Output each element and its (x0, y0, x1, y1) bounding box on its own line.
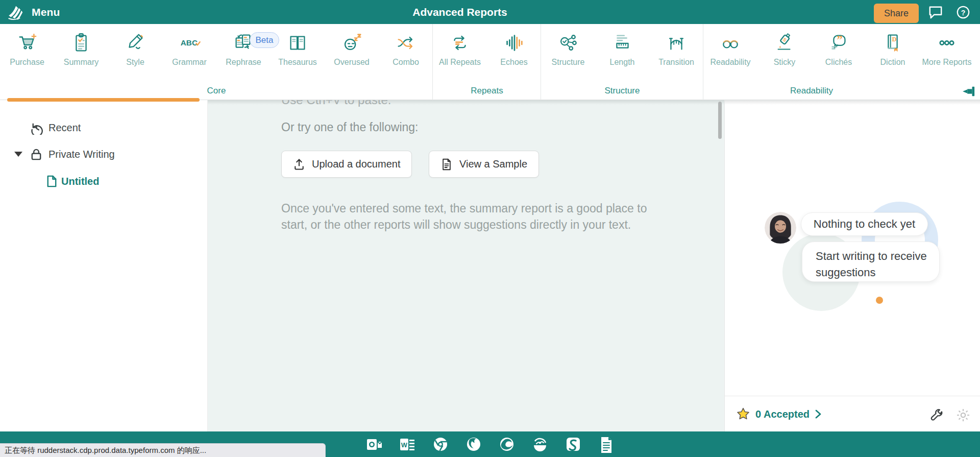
assistant-bubble-secondary: Start writing to receive suggestions (802, 242, 940, 282)
view-sample-button[interactable]: View a Sample (429, 151, 539, 178)
diction-book-icon: D (881, 31, 904, 55)
chrome-icon[interactable] (432, 436, 449, 453)
reports-toolbar: Beta Purchase Summary StyleABC Grammar R… (0, 24, 980, 100)
group-label-core: Core (207, 86, 226, 96)
report-label: All Repeats (433, 58, 486, 67)
sample-button-label: View a Sample (459, 158, 527, 170)
history-icon (30, 121, 43, 135)
report-label: Summary (55, 58, 108, 67)
summary-clipboard-icon (69, 31, 93, 55)
panel-divider (725, 396, 980, 396)
report-label: Clichés (812, 58, 865, 67)
report-label: Echoes (487, 58, 541, 67)
report-transition[interactable]: Transition (650, 31, 703, 67)
paste-hint: Use Ctrl+V to paste. (281, 100, 391, 107)
report-combo[interactable]: Combo (379, 31, 432, 67)
report-readability[interactable]: Readability (704, 31, 757, 67)
report-structure[interactable]: Structure (542, 31, 595, 67)
pin-toolbar-icon[interactable] (962, 85, 977, 98)
svg-text:?: ? (961, 9, 966, 17)
sidebar-item-private-writing[interactable]: Private Writing (0, 143, 207, 165)
upload-document-button[interactable]: Upload a document (281, 151, 412, 178)
overused-sleepy-icon (340, 31, 363, 55)
menu-button[interactable]: Menu (7, 3, 60, 21)
thesaurus-book-icon (286, 31, 309, 55)
report-clichés[interactable]: ” Clichés (812, 31, 865, 67)
report-all-repeats[interactable]: All Repeats (433, 31, 486, 67)
report-thesaurus[interactable]: Thesaurus (271, 31, 324, 67)
page-title: Advanced Reports (412, 6, 507, 18)
editor-scrollbar[interactable] (718, 102, 722, 139)
status-text: 正在等待 rudderstack.cdp.prod.data.typeform.… (5, 446, 206, 455)
svg-text:D: D (892, 36, 896, 43)
documents-sidebar: Recent Private Writing Untitled (0, 100, 208, 431)
upload-icon (293, 158, 305, 171)
report-diction[interactable]: D Diction (866, 31, 919, 67)
assistant-avatar (765, 212, 796, 244)
report-summary[interactable]: Summary (55, 31, 108, 67)
grammar-abc-icon: ABC (178, 31, 201, 55)
toolbar-group-divider (703, 24, 703, 100)
firefox-icon[interactable] (465, 436, 482, 453)
document-icon (45, 175, 59, 188)
report-label: Combo (379, 58, 432, 67)
prowritingaid-logo-icon (7, 3, 26, 21)
report-overused[interactable]: Overused (325, 31, 378, 67)
sidebar-item-untitled[interactable]: Untitled (0, 170, 207, 193)
beta-badge: Beta (250, 32, 279, 48)
settings-gear-icon[interactable] (955, 407, 971, 423)
report-label: Length (596, 58, 649, 67)
report-label: Sticky (758, 58, 811, 67)
combo-arrows-icon (394, 31, 418, 55)
echoes-bars-icon (502, 31, 526, 55)
help-icon[interactable]: ? (955, 5, 971, 19)
group-label-readability: Readability (790, 86, 833, 96)
report-style[interactable]: Style (109, 31, 162, 67)
style-pencil-icon (124, 31, 147, 55)
report-grammar[interactable]: ABC Grammar (163, 31, 216, 67)
report-label: Structure (542, 58, 595, 67)
report-label: Purchase (1, 58, 54, 67)
openoffice-icon[interactable] (531, 436, 549, 453)
word-icon[interactable]: W (399, 436, 416, 453)
report-length[interactable]: Length (596, 31, 649, 67)
outlook-icon[interactable] (365, 436, 383, 453)
more-reports-icon (935, 31, 959, 55)
editor-help-text: Once you've entered some text, the summa… (281, 200, 654, 233)
svg-text:ABC: ABC (181, 38, 198, 47)
report-sticky[interactable]: S Sticky (758, 31, 811, 67)
orange-dot (876, 297, 883, 304)
accepted-summary[interactable]: 0 Accepted (736, 407, 822, 421)
purchase-cart-icon (15, 31, 39, 55)
editor-area[interactable]: Use Ctrl+V to paste. Or try one of the f… (208, 100, 724, 431)
toolbar-group-divider (432, 24, 433, 100)
sticky-glue-icon: S (773, 31, 796, 55)
editing-tools-icon[interactable] (929, 407, 944, 423)
chat-feedback-icon[interactable] (928, 5, 943, 19)
report-label: Transition (650, 58, 703, 67)
report-more-reports[interactable]: More Reports (920, 31, 973, 67)
report-purchase[interactable]: Purchase (1, 31, 54, 67)
report-label: Readability (704, 58, 757, 67)
menu-label: Menu (32, 6, 60, 18)
structure-nodes-icon (556, 31, 580, 55)
sidebar-item-label: Untitled (61, 176, 99, 187)
share-button[interactable]: Share (874, 4, 919, 23)
sidebar-item-recent[interactable]: Recent (0, 116, 207, 139)
report-echoes[interactable]: Echoes (487, 31, 541, 67)
sample-document-icon (440, 158, 453, 171)
suggestions-panel: Nothing to check yet Start writing to re… (724, 100, 980, 431)
edge-icon[interactable] (498, 436, 516, 453)
report-label: Diction (866, 58, 919, 67)
upload-button-label: Upload a document (312, 158, 400, 170)
report-label: Overused (325, 58, 378, 67)
notes-icon[interactable] (598, 436, 615, 453)
scrivener-icon[interactable] (565, 436, 582, 453)
sidebar-item-label: Recent (48, 122, 81, 134)
browser-status-bar: 正在等待 rudderstack.cdp.prod.data.typeform.… (0, 443, 326, 457)
report-label: Style (109, 58, 162, 67)
star-icon (736, 407, 750, 421)
lock-icon (30, 148, 43, 161)
chevron-right-icon (815, 410, 822, 419)
collapse-caret-icon[interactable] (14, 152, 22, 157)
